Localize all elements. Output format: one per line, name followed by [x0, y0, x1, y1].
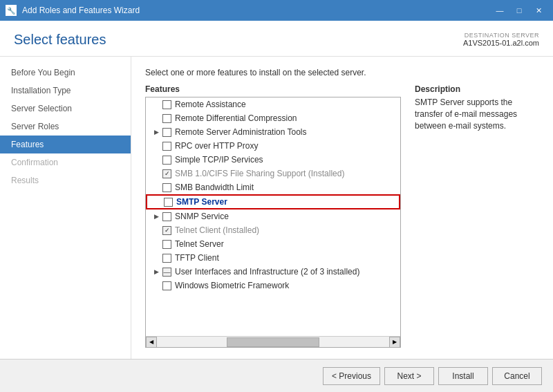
horizontal-scrollbar[interactable]: ◀ ▶	[146, 336, 400, 347]
title-bar-controls: — □ ✕	[491, 3, 547, 18]
description-label: Description	[415, 84, 539, 94]
list-item[interactable]: ▶ TFTP Client	[146, 251, 400, 265]
close-button[interactable]: ✕	[529, 3, 547, 18]
maximize-button[interactable]: □	[510, 3, 528, 18]
next-button[interactable]: Next >	[384, 367, 434, 385]
feature-checkbox[interactable]	[162, 226, 171, 235]
app-icon: 🔧	[6, 5, 17, 16]
scroll-right-button[interactable]: ▶	[389, 337, 400, 348]
footer: < Previous Next > Install Cancel	[0, 359, 553, 392]
sidebar-item-server-roles[interactable]: Server Roles	[0, 118, 131, 136]
features-label: Features	[145, 84, 401, 94]
scrollbar-track	[157, 337, 389, 347]
features-list-container: ▶ Remote Assistance ▶ Remote Differentia…	[145, 97, 401, 348]
feature-label: Remote Server Administration Tools	[175, 127, 307, 137]
sidebar-item-server-selection[interactable]: Server Selection	[0, 100, 131, 118]
feature-label: Simple TCP/IP Services	[175, 155, 263, 165]
title-bar-left: 🔧 Add Roles and Features Wizard	[6, 5, 140, 16]
list-item[interactable]: ▶ SMB Bandwidth Limit	[146, 180, 400, 194]
feature-label: User Interfaces and Infrastructure (2 of…	[175, 267, 359, 277]
description-text: SMTP Server supports the transfer of e-m…	[415, 97, 539, 131]
destination-server-name: A1VS2015-01.a2l.com	[463, 39, 539, 47]
list-item[interactable]: ▶ — User Interfaces and Infrastructure (…	[146, 265, 400, 279]
body: Before You Begin Installation Type Serve…	[0, 57, 553, 359]
scrollbar-thumb[interactable]	[227, 337, 319, 347]
content-description: Select one or more features to install o…	[145, 68, 539, 77]
title-bar-title: Add Roles and Features Wizard	[22, 6, 140, 15]
destination-server-info: DESTINATION SERVER A1VS2015-01.a2l.com	[463, 32, 539, 47]
destination-server-label: DESTINATION SERVER	[463, 32, 539, 39]
previous-button[interactable]: < Previous	[323, 367, 380, 385]
list-item-smtp[interactable]: ▶ SMTP Server	[146, 194, 400, 209]
feature-checkbox[interactable]	[162, 240, 171, 249]
sidebar-item-results: Results	[0, 171, 131, 189]
feature-checkbox[interactable]	[162, 169, 171, 178]
feature-checkbox[interactable]	[162, 212, 171, 221]
feature-label: SMB Bandwidth Limit	[175, 183, 254, 192]
feature-label: SNMP Service	[175, 212, 229, 221]
feature-label: RPC over HTTP Proxy	[175, 141, 258, 151]
features-panel: Features ▶ Remote Assistance ▶	[145, 84, 401, 348]
list-item[interactable]: ▶ Telnet Client (Installed)	[146, 223, 400, 237]
feature-label: Windows Biometric Framework	[175, 281, 289, 290]
title-bar: 🔧 Add Roles and Features Wizard — □ ✕	[0, 0, 553, 21]
feature-checkbox[interactable]	[162, 183, 171, 192]
list-item[interactable]: ▶ Remote Server Administration Tools	[146, 125, 400, 139]
header: Select features DESTINATION SERVER A1VS2…	[0, 21, 553, 57]
feature-label: Remote Differential Compression	[175, 113, 297, 123]
feature-checkbox[interactable]: —	[162, 268, 171, 277]
content-area: Select one or more features to install o…	[131, 57, 553, 359]
feature-checkbox[interactable]	[162, 281, 171, 290]
list-item[interactable]: ▶ Remote Differential Compression	[146, 111, 400, 125]
sidebar: Before You Begin Installation Type Serve…	[0, 57, 131, 359]
sidebar-item-before-you-begin[interactable]: Before You Begin	[0, 64, 131, 82]
feature-checkbox[interactable]	[162, 142, 171, 151]
list-item[interactable]: ▶ SNMP Service	[146, 209, 400, 223]
minimize-button[interactable]: —	[491, 3, 509, 18]
sidebar-item-features[interactable]: Features	[0, 136, 131, 153]
feature-label: Telnet Client (Installed)	[175, 225, 259, 235]
feature-label: Telnet Server	[175, 239, 224, 249]
feature-checkbox[interactable]	[162, 114, 171, 123]
feature-checkbox[interactable]	[162, 156, 171, 165]
feature-label: Remote Assistance	[175, 100, 246, 109]
list-item[interactable]: ▶ Simple TCP/IP Services	[146, 153, 400, 167]
page-title: Select features	[14, 32, 106, 48]
list-item[interactable]: ▶ Telnet Server	[146, 237, 400, 251]
main-window: Select features DESTINATION SERVER A1VS2…	[0, 21, 553, 392]
feature-label: TFTP Client	[175, 253, 219, 263]
expand-icon[interactable]: ▶	[151, 212, 161, 221]
list-item[interactable]: ▶ Remote Assistance	[146, 97, 400, 111]
feature-checkbox[interactable]	[162, 128, 171, 137]
feature-checkbox[interactable]	[162, 100, 171, 109]
sidebar-item-confirmation: Confirmation	[0, 153, 131, 171]
expand-icon[interactable]: ▶	[151, 127, 161, 137]
expand-icon[interactable]: ▶	[151, 267, 161, 277]
content-body: Features ▶ Remote Assistance ▶	[145, 84, 539, 348]
description-panel: Description SMTP Server supports the tra…	[415, 84, 539, 348]
feature-checkbox[interactable]	[162, 254, 171, 263]
feature-label: SMB 1.0/CIFS File Sharing Support (Insta…	[175, 169, 344, 178]
list-item[interactable]: ▶ RPC over HTTP Proxy	[146, 139, 400, 153]
feature-checkbox[interactable]	[164, 198, 173, 207]
list-item[interactable]: ▶ SMB 1.0/CIFS File Sharing Support (Ins…	[146, 167, 400, 180]
install-button[interactable]: Install	[438, 367, 488, 385]
cancel-button[interactable]: Cancel	[492, 367, 542, 385]
feature-label-smtp: SMTP Server	[176, 197, 227, 207]
list-item[interactable]: ▶ Windows Biometric Framework	[146, 279, 400, 292]
features-list[interactable]: ▶ Remote Assistance ▶ Remote Differentia…	[146, 97, 400, 336]
scroll-left-button[interactable]: ◀	[146, 337, 157, 348]
sidebar-item-installation-type[interactable]: Installation Type	[0, 82, 131, 100]
